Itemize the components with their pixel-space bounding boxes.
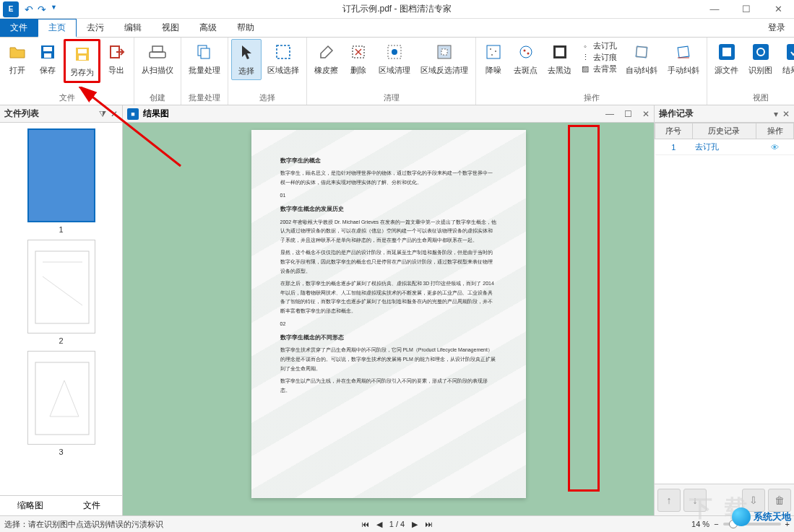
descar-button[interactable]: ⋮去订痕 (580, 52, 617, 63)
maximize-button[interactable]: ☐ (730, 0, 762, 19)
ribbon-group-file: 打开 保存 另存为 导出 文件 (0, 38, 134, 105)
svg-rect-10 (201, 48, 210, 58)
left-panel-tabs: 缩略图 文件 (0, 495, 122, 515)
svg-rect-2 (44, 53, 51, 58)
tab-file[interactable]: 文件 (61, 496, 123, 515)
move-up-button[interactable]: ↑ (657, 489, 681, 512)
page-text: 数字孪生的概念 数字孪生，顾名思义，是指针对物理世界中的物体，通过数字化的手段来… (280, 156, 497, 395)
panel-menu-icon[interactable]: ▾ (774, 109, 778, 119)
save-icon (38, 42, 58, 62)
area-invert-clean-button[interactable]: 区域反选清理 (416, 39, 472, 79)
delete-button[interactable]: 删除 (344, 39, 373, 79)
panel-close-icon-right[interactable]: ✕ (782, 109, 790, 119)
app-icon: E (3, 1, 19, 17)
operations-title: 操作记录 (659, 108, 694, 120)
undo-icon[interactable]: ↶ (25, 4, 33, 15)
deblack-icon (550, 42, 570, 62)
next-page-icon[interactable]: ▶ (412, 520, 418, 529)
despeckle-button[interactable]: 去斑点 (509, 39, 542, 79)
action-small-stack: ◦去订孔 ⋮去订痕 ▨去背景 (577, 39, 620, 76)
select-button[interactable]: 选择 (231, 39, 262, 80)
menu-clean[interactable]: 去污 (77, 19, 114, 37)
doc-title: 结果图 (143, 108, 169, 120)
menu-help[interactable]: 帮助 (227, 19, 264, 37)
svg-line-36 (43, 276, 82, 305)
doc-minimize-icon[interactable]: — (605, 109, 614, 119)
svg-point-19 (495, 51, 496, 52)
save-as-button[interactable]: 另存为 (64, 39, 100, 83)
col-op: 操作 (756, 123, 794, 139)
move-down-button[interactable]: ↓ (683, 489, 707, 512)
operation-row[interactable]: 1 去订孔 👁 (655, 139, 794, 155)
panel-close-icon[interactable]: ✕ (111, 109, 118, 119)
area-select-button[interactable]: 区域选择 (263, 39, 303, 79)
recognize-icon (751, 42, 771, 62)
thumbnail-1[interactable]: 1 (25, 128, 98, 234)
visibility-icon[interactable]: 👁 (756, 139, 794, 155)
menu-advanced[interactable]: 高级 (189, 19, 227, 37)
col-seq: 序号 (655, 123, 693, 139)
open-button[interactable]: 打开 (3, 39, 32, 79)
svg-marker-38 (50, 380, 79, 417)
zoom-out-icon[interactable]: − (714, 520, 718, 528)
center-panel: ■ 结果图 — ☐ ✕ 数字孪生的概念 数字孪生，顾名思义，是指针对物理世界中的… (123, 105, 654, 515)
doc-close-icon[interactable]: ✕ (642, 109, 650, 119)
pointer-icon (236, 43, 256, 63)
filter-icon[interactable]: ⧩ (99, 109, 106, 119)
ribbon-group-action: 降噪 去斑点 去黑边 ◦去订孔 ⋮去订痕 ▨去背景 自动纠斜 手动纠斜 (476, 38, 707, 105)
operations-table: 序号 历史记录 操作 1 去订孔 👁 (655, 123, 794, 155)
auto-deskew-button[interactable]: 自动纠斜 (621, 39, 662, 79)
result-view-button[interactable]: 结果图 (778, 39, 794, 79)
delete-icon (348, 42, 368, 62)
svg-point-22 (523, 50, 525, 52)
window-title: 订孔示例.pdf - 图档清洁专家 (342, 3, 452, 15)
menu-file[interactable]: 文件 (0, 19, 38, 37)
prev-page-icon[interactable]: ◀ (376, 520, 382, 529)
redo-icon[interactable]: ↷ (38, 4, 46, 15)
thumbnail-list: 1 2 3 (0, 123, 122, 495)
batch-button[interactable]: 批量处理 (184, 39, 225, 79)
from-scanner-button[interactable]: 从扫描仪 (137, 39, 178, 79)
watermark-text: 系统天地 (754, 510, 791, 523)
ribbon-group-clean: 橡皮擦 删除 区域清理 区域反选清理 清理 (307, 38, 476, 105)
debg-button[interactable]: ▨去背景 (580, 64, 617, 74)
document-view[interactable]: 数字孪生的概念 数字孪生，顾名思义，是指针对物理世界中的物体，通过数字化的手段来… (123, 123, 654, 515)
depunch-button[interactable]: ◦去订孔 (580, 40, 617, 51)
globe-icon (732, 507, 751, 526)
doc-maximize-icon[interactable]: ☐ (624, 109, 632, 119)
area-clean-button[interactable]: 区域清理 (374, 39, 415, 79)
svg-rect-30 (722, 48, 731, 56)
quick-access-toolbar: ↶ ↷ ▼ (25, 4, 57, 15)
thumbnail-3[interactable]: 3 (25, 351, 98, 456)
eraser-button[interactable]: 橡皮擦 (310, 39, 342, 79)
denoise-button[interactable]: 降噪 (479, 39, 508, 79)
source-view-button[interactable]: 源文件 (710, 39, 743, 79)
manual-deskew-button[interactable]: 手动纠斜 (663, 39, 704, 79)
svg-rect-17 (487, 45, 500, 58)
svg-rect-4 (78, 49, 87, 53)
svg-rect-7 (150, 52, 165, 58)
thumbnail-2[interactable]: 2 (25, 240, 98, 345)
save-button[interactable]: 保存 (33, 39, 62, 79)
debg-icon: ▨ (580, 64, 590, 74)
minimize-button[interactable]: — (699, 0, 730, 19)
menu-edit[interactable]: 编辑 (114, 19, 152, 37)
recognize-view-button[interactable]: 识别图 (744, 39, 777, 79)
menu-home[interactable]: 主页 (38, 19, 77, 38)
svg-rect-11 (277, 45, 290, 58)
menu-view[interactable]: 视图 (152, 19, 189, 37)
svg-rect-25 (556, 48, 564, 56)
group-label-batch: 批量处理 (184, 91, 225, 105)
main-area: 文件列表 ⧩ ✕ 1 2 3 缩略图 文件 (0, 105, 794, 515)
tab-thumbnail[interactable]: 缩略图 (0, 496, 61, 515)
eraser-icon (316, 42, 337, 62)
svg-rect-8 (152, 46, 163, 52)
deblack-button[interactable]: 去黑边 (543, 39, 576, 79)
qat-dropdown-icon[interactable]: ▼ (51, 4, 57, 15)
login-link[interactable]: 登录 (759, 19, 794, 37)
annotation-red-box (568, 125, 600, 492)
close-button[interactable]: ✕ (762, 0, 794, 19)
first-page-icon[interactable]: ⏮ (361, 520, 369, 528)
last-page-icon[interactable]: ⏭ (425, 520, 433, 528)
export-button[interactable]: 导出 (102, 39, 131, 79)
